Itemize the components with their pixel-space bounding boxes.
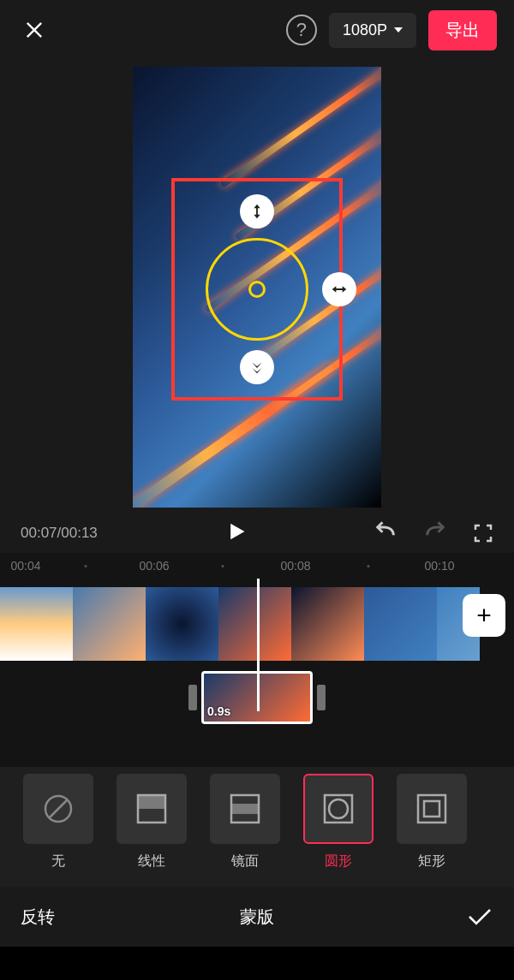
ruler-mark: 00:06	[139, 559, 169, 573]
clip[interactable]	[0, 587, 73, 661]
play-icon	[224, 520, 248, 543]
undo-button[interactable]	[374, 521, 397, 545]
mask-option-mirror[interactable]: 镜面	[204, 774, 285, 880]
arrows-horizontal-icon	[330, 280, 349, 299]
fullscreen-button[interactable]	[473, 523, 493, 543]
plus-icon: +	[476, 601, 492, 630]
svg-rect-5	[231, 804, 259, 814]
svg-point-7	[329, 799, 348, 818]
clip[interactable]	[291, 587, 364, 661]
clip[interactable]	[218, 587, 291, 661]
mask-label: 无	[51, 852, 65, 870]
clip[interactable]	[364, 587, 437, 661]
invert-label: 反转	[21, 907, 55, 926]
timeline-ruler[interactable]: 00:04 00:06 00:08 00:10	[0, 553, 514, 579]
chevrons-down-icon	[248, 358, 266, 377]
mask-option-none[interactable]: 无	[17, 774, 99, 880]
mask-option-rect[interactable]: 矩形	[391, 774, 472, 880]
time-display: 00:07/00:13	[21, 525, 98, 542]
preview-area	[0, 60, 514, 514]
clip[interactable]	[146, 587, 218, 661]
redo-button[interactable]	[423, 521, 447, 545]
mask-handle-vertical[interactable]	[240, 194, 274, 229]
player-controls: 00:07/00:13	[0, 514, 514, 553]
mask-options-panel: 无 线性 镜面 圆形 矩形	[0, 767, 514, 887]
rect-icon	[413, 790, 451, 828]
svg-rect-9	[424, 801, 439, 817]
help-button[interactable]: ?	[286, 15, 317, 45]
mask-handle-horizontal[interactable]	[322, 272, 356, 306]
total-time: 00:13	[61, 525, 98, 541]
mask-center[interactable]	[248, 281, 266, 298]
play-button[interactable]	[224, 520, 248, 547]
mirror-icon	[226, 790, 264, 828]
export-label: 导出	[445, 21, 480, 39]
mask-handle-feather[interactable]	[240, 350, 274, 384]
bottom-bar: 反转 蒙版	[0, 887, 514, 947]
fullscreen-icon	[473, 523, 493, 543]
export-button[interactable]: 导出	[428, 10, 497, 50]
undo-icon	[374, 521, 397, 545]
control-group	[374, 521, 493, 545]
circle-icon	[320, 790, 357, 828]
mask-frame[interactable]	[171, 178, 343, 401]
preview-canvas[interactable]	[133, 67, 381, 508]
help-icon: ?	[296, 19, 307, 41]
header: ? 1080P 导出	[0, 0, 514, 60]
svg-line-1	[50, 800, 67, 817]
confirm-button[interactable]	[466, 906, 493, 927]
svg-rect-8	[418, 795, 445, 823]
resolution-label: 1080P	[343, 21, 387, 39]
clip-handle-right[interactable]	[317, 685, 326, 710]
svg-rect-3	[138, 795, 165, 809]
ruler-mark: 00:08	[280, 559, 310, 573]
linear-icon	[133, 790, 170, 828]
playhead[interactable]	[257, 579, 260, 711]
mask-option-linear[interactable]: 线性	[111, 774, 192, 880]
current-time: 00:07	[21, 525, 57, 541]
add-clip-button[interactable]: +	[463, 594, 505, 637]
ruler-mark: 00:04	[10, 559, 40, 573]
header-right-group: ? 1080P 导出	[286, 10, 497, 50]
close-button[interactable]	[17, 13, 51, 47]
mask-label: 镜面	[231, 852, 259, 870]
close-icon	[22, 18, 46, 42]
clip[interactable]	[73, 587, 146, 661]
redo-icon	[423, 521, 447, 545]
mask-option-circle[interactable]: 圆形	[297, 774, 379, 880]
panel-title: 蒙版	[240, 906, 274, 929]
mask-label: 矩形	[418, 852, 445, 870]
none-icon	[41, 792, 75, 826]
checkmark-icon	[466, 906, 493, 927]
clip-duration: 0.9s	[207, 704, 230, 718]
resolution-dropdown[interactable]: 1080P	[329, 13, 416, 48]
mask-label: 线性	[138, 852, 165, 870]
arrows-vertical-icon	[248, 202, 266, 221]
clip-handle-left[interactable]	[188, 685, 197, 710]
ruler-mark: 00:10	[424, 559, 454, 573]
timeline-tracks[interactable]: + 0.9s	[0, 579, 514, 767]
invert-button[interactable]: 反转	[21, 906, 55, 929]
mask-label: 圆形	[325, 852, 352, 870]
